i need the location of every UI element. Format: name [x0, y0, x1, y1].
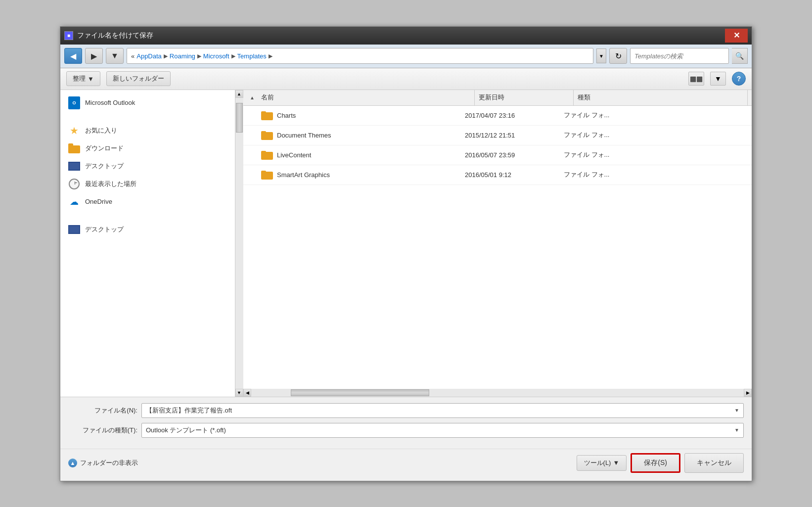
filetype-field[interactable]: Outlook テンプレート (*.oft) ▼: [141, 423, 744, 438]
folder-icon-livecontent: [261, 150, 273, 160]
dialog-title: ファイル名を付けて保存: [77, 31, 153, 40]
sidebar-item-desktop[interactable]: デスクトップ: [60, 157, 235, 175]
sidebar-spacer: [60, 112, 235, 122]
col-header-type[interactable]: 種類: [574, 90, 748, 105]
content-area: O Microsoft Outlook ★ お気に入り: [60, 90, 752, 397]
close-button[interactable]: ✕: [725, 29, 748, 43]
file-list-header: ▲ 名前 更新日時 種類: [243, 90, 752, 106]
help-button[interactable]: ?: [732, 72, 746, 86]
breadcrumb-arrow2: ▶: [197, 53, 201, 59]
file-name-docthemes: Document Themes: [243, 126, 461, 145]
new-folder-button[interactable]: 新しいフォルダー: [106, 71, 171, 86]
sidebar-item-desktop2[interactable]: デスクトップ: [60, 221, 235, 238]
footer-buttons: ツール(L) ▼ 保存(S) キャンセル: [577, 453, 744, 473]
file-type-smartart: ファイル フォ...: [560, 165, 752, 184]
breadcrumb-templates[interactable]: Templates: [237, 52, 267, 60]
bottom-area: ファイル名(N): 【新宿支店】作業完了報告.oft ▼ ファイルの種類(T):…: [60, 397, 752, 449]
sort-up-arrow[interactable]: ▲: [247, 95, 257, 100]
col-date-label: 更新日時: [479, 93, 504, 102]
app-icon-text: ■: [67, 33, 70, 38]
h-scrollbar: ◀ ▶: [243, 389, 752, 397]
table-row[interactable]: SmartArt Graphics 2016/05/01 9:12 ファイル フ…: [243, 165, 752, 185]
organize-arrow-icon: ▼: [88, 75, 94, 83]
tools-label: ツール(L): [584, 459, 611, 467]
title-bar-left: ■ ファイル名を付けて保存: [64, 31, 153, 40]
h-scrollbar-left-button[interactable]: ◀: [243, 389, 251, 397]
tools-button[interactable]: ツール(L) ▼: [577, 455, 627, 471]
sidebar-item-recent[interactable]: 最近表示した場所: [60, 175, 235, 193]
sidebar-panel: O Microsoft Outlook ★ お気に入り: [60, 90, 243, 397]
sidebar-item-favorites[interactable]: ★ お気に入り: [60, 122, 235, 139]
forward-button[interactable]: ▶: [85, 48, 103, 64]
organize-button[interactable]: 整理 ▼: [66, 71, 100, 86]
folder-icon-charts: [261, 110, 273, 120]
forward-icon: ▶: [91, 51, 97, 61]
file-label-docthemes: Document Themes: [277, 132, 331, 139]
breadcrumb-dropdown[interactable]: ▼: [596, 48, 606, 63]
breadcrumb-microsoft[interactable]: Microsoft: [203, 52, 229, 60]
col-type-label: 種類: [578, 93, 590, 102]
outlook-icon: O: [68, 97, 80, 109]
folder-icon-smartart: [261, 170, 273, 180]
sidebar-label-recent: 最近表示した場所: [85, 180, 136, 188]
desktop-icon: [68, 160, 80, 172]
filetype-label: ファイルの種類(T):: [68, 426, 137, 435]
filetype-dropdown-icon: ▼: [734, 427, 739, 433]
col-header-name[interactable]: 名前: [257, 90, 475, 105]
search-input[interactable]: [634, 52, 724, 60]
file-name-smartart: SmartArt Graphics: [243, 165, 461, 184]
breadcrumb-appdata[interactable]: AppData: [136, 52, 162, 60]
filetype-row: ファイルの種類(T): Outlook テンプレート (*.oft) ▼: [68, 423, 744, 438]
sidebar-item-onedrive[interactable]: ☁ OneDrive: [60, 193, 235, 211]
sidebar-content: O Microsoft Outlook ★ お気に入り: [60, 90, 235, 397]
sidebar-item-download[interactable]: ダウンロード: [60, 139, 235, 157]
col-name-label: 名前: [261, 93, 274, 102]
table-row[interactable]: Charts 2017/04/07 23:16 ファイル フォ...: [243, 106, 752, 126]
save-button[interactable]: 保存(S): [631, 453, 680, 473]
view-button[interactable]: ▦▦: [688, 72, 704, 86]
cancel-button[interactable]: キャンセル: [684, 453, 744, 473]
sidebar-label-desktop2: デスクトップ: [85, 225, 124, 234]
sidebar-label-desktop: デスクトップ: [85, 162, 124, 171]
scrollbar-thumb[interactable]: [236, 103, 243, 133]
scrollbar-track: [235, 98, 243, 389]
file-label-charts: Charts: [277, 112, 296, 119]
onedrive-icon: ☁: [68, 196, 80, 208]
view-dropdown-button[interactable]: ▼: [710, 72, 726, 86]
nav-btn-group: ◀: [64, 48, 82, 64]
file-date-charts: 2017/04/07 23:16: [461, 106, 560, 125]
save-dialog: ■ ファイル名を付けて保存 ✕ ◀ ▶ ▼ « AppData ▶ Roamin…: [60, 26, 752, 481]
sidebar-label-favorites: お気に入り: [85, 126, 117, 135]
col-header-date[interactable]: 更新日時: [475, 90, 574, 105]
title-bar: ■ ファイル名を付けて保存 ✕: [60, 27, 752, 45]
nav-dropdown-button[interactable]: ▼: [106, 48, 124, 64]
nav-dropdown-icon: ▼: [111, 51, 119, 60]
scrollbar-down-button[interactable]: ▼: [235, 389, 243, 397]
tools-arrow-icon: ▼: [613, 459, 619, 466]
hide-folder-button[interactable]: ▲ フォルダーの非表示: [68, 459, 138, 467]
refresh-button[interactable]: ↻: [609, 48, 627, 64]
table-row[interactable]: Document Themes 2015/12/12 21:51 ファイル フォ…: [243, 126, 752, 145]
search-box: [630, 48, 729, 64]
hide-folder-icon: ▲: [68, 459, 77, 467]
folder-icon-docthemes: [261, 130, 273, 140]
h-scrollbar-thumb[interactable]: [291, 389, 429, 396]
sidebar-item-outlook[interactable]: O Microsoft Outlook: [60, 94, 235, 112]
h-scrollbar-right-button[interactable]: ▶: [744, 389, 752, 397]
breadcrumb-roaming[interactable]: Roaming: [170, 52, 195, 60]
file-date-livecontent: 2016/05/07 23:59: [461, 145, 560, 165]
breadcrumb-arrow1: ▶: [164, 53, 168, 59]
search-button[interactable]: 🔍: [732, 48, 748, 64]
filename-field[interactable]: 【新宿支店】作業完了報告.oft ▼: [141, 403, 744, 418]
h-scrollbar-track: [251, 389, 744, 397]
recent-icon: [68, 178, 80, 190]
scrollbar-up-button[interactable]: ▲: [235, 90, 243, 98]
filename-label: ファイル名(N):: [68, 406, 137, 415]
sidebar-scrollbar: ▲ ▼: [235, 90, 243, 397]
back-button[interactable]: ◀: [64, 48, 82, 64]
sidebar-spacer2: [60, 211, 235, 221]
filename-value: 【新宿支店】作業完了報告.oft: [146, 406, 232, 415]
file-name-livecontent: LiveContent: [243, 145, 461, 165]
table-row[interactable]: LiveContent 2016/05/07 23:59 ファイル フォ...: [243, 145, 752, 165]
file-date-smartart: 2016/05/01 9:12: [461, 165, 560, 184]
